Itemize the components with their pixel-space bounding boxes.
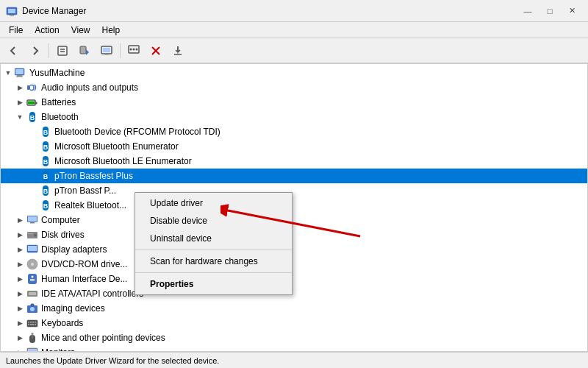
menu-help[interactable]: Help: [96, 24, 126, 37]
device-tree[interactable]: ▼ YusufMachine ▶ Audio in: [0, 63, 588, 352]
svg-rect-3: [58, 46, 67, 55]
svg-rect-73: [28, 349, 37, 352]
tree-root[interactable]: ▼ YusufMachine: [1, 66, 587, 80]
toolbar-scan[interactable]: [123, 41, 144, 60]
svg-rect-24: [27, 85, 30, 90]
tree-item-bt6[interactable]: ▶ B Realtek Bluetoot...: [1, 198, 587, 213]
ctx-update-driver-label: Update driver: [150, 198, 203, 208]
batteries-expand-icon[interactable]: ▶: [14, 96, 26, 108]
toolbar-download[interactable]: [168, 41, 188, 60]
ctx-properties-label: Properties: [150, 279, 193, 289]
tree-item-bt2[interactable]: ▶ B Microsoft Bluetooth Enumerator: [1, 139, 587, 154]
ctx-properties[interactable]: Properties: [135, 275, 292, 293]
svg-rect-64: [32, 322, 34, 323]
bt4-label: pTron Bassfest Plus: [54, 171, 133, 181]
svg-rect-49: [28, 246, 37, 251]
minimize-button[interactable]: —: [517, 3, 538, 19]
dvd-label: DVD/CD-ROM drive...: [41, 259, 127, 269]
keyboards-expand-icon[interactable]: ▶: [14, 317, 26, 329]
ctx-disable-device[interactable]: Disable device: [135, 212, 292, 230]
tree-item-disk[interactable]: ▶ Disk drives: [1, 227, 587, 242]
monitors-expand-icon[interactable]: ▶: [14, 347, 26, 352]
svg-text:B: B: [30, 114, 35, 121]
keyboards-icon: [26, 316, 39, 330]
root-expand-icon[interactable]: ▼: [2, 67, 14, 79]
svg-rect-61: [27, 320, 37, 327]
tree-item-monitors[interactable]: ▶ Monitors: [1, 345, 587, 352]
menu-action[interactable]: Action: [29, 24, 65, 37]
maximize-button[interactable]: □: [539, 3, 560, 19]
close-button[interactable]: ✕: [562, 3, 582, 19]
ctx-uninstall-device-label: Uninstall device: [150, 233, 212, 244]
main-content: ▼ YusufMachine ▶ Audio in: [0, 63, 588, 352]
svg-rect-23: [16, 77, 23, 77]
bluetooth-expand-icon[interactable]: ▼: [14, 111, 26, 123]
tree-item-keyboards[interactable]: ▶ Keyboards: [1, 316, 587, 330]
svg-point-14: [136, 48, 138, 50]
svg-rect-22: [17, 75, 22, 77]
tree-item-dvd[interactable]: ▶ DVD/CD-ROM drive...: [1, 257, 587, 272]
dvd-expand-icon[interactable]: ▶: [14, 258, 26, 270]
app-icon: [6, 5, 18, 17]
menu-file[interactable]: File: [3, 24, 29, 37]
ctx-uninstall-device[interactable]: Uninstall device: [135, 230, 292, 247]
imaging-label: Imaging devices: [41, 303, 105, 314]
display-label: Display adapters: [41, 244, 107, 255]
ctx-update-driver[interactable]: Update driver: [135, 194, 292, 212]
tree-item-hid[interactable]: ▶ Human Interface De...: [1, 272, 587, 286]
svg-point-12: [130, 48, 132, 50]
toolbar-back[interactable]: [3, 41, 24, 60]
keyboards-label: Keyboards: [41, 318, 83, 328]
tree-item-display[interactable]: ▶ Display adapters: [1, 242, 587, 257]
tree-item-batteries[interactable]: ▶ Batteries: [1, 95, 587, 110]
status-bar: Launches the Update Driver Wizard for th…: [0, 352, 588, 368]
ide-expand-icon[interactable]: ▶: [14, 288, 26, 300]
tree-item-ide[interactable]: ▶ IDE ATA/ATAPI controllers: [1, 286, 587, 301]
tree-item-bt1[interactable]: ▶ B Bluetooth Device (RFCOMM Protocol TD…: [1, 124, 587, 139]
menu-view[interactable]: View: [65, 24, 96, 37]
display-expand-icon[interactable]: ▶: [14, 244, 26, 255]
toolbar-properties[interactable]: [52, 41, 73, 60]
hid-expand-icon[interactable]: ▶: [14, 273, 26, 285]
disk-icon: [26, 228, 39, 241]
tree-item-bt4[interactable]: ▶ B pTron Bassfest Plus: [1, 169, 587, 183]
svg-text:B: B: [43, 202, 49, 210]
ctx-scan-changes[interactable]: Scan for hardware changes: [135, 252, 292, 270]
svg-rect-10: [104, 54, 109, 55]
window-controls: — □ ✕: [517, 3, 582, 19]
batteries-label: Batteries: [41, 97, 76, 107]
imaging-expand-icon[interactable]: ▶: [14, 302, 26, 314]
audio-icon: [26, 81, 39, 94]
svg-rect-43: [28, 216, 37, 222]
window-title: Device Manager: [22, 6, 517, 16]
tree-item-bt3[interactable]: ▶ B Microsoft Bluetooth LE Enumerator: [1, 154, 587, 169]
svg-rect-1: [8, 9, 15, 13]
tree-item-mice[interactable]: ▶ Mice and other pointing devices: [1, 330, 587, 345]
svg-rect-57: [29, 292, 36, 295]
toolbar-update-driver[interactable]: [74, 41, 95, 60]
toolbar-forward[interactable]: [25, 41, 46, 60]
tree-item-computer[interactable]: ▶ Computer: [1, 213, 587, 227]
audio-expand-icon[interactable]: ▶: [14, 82, 26, 93]
hid-label: Human Interface De...: [41, 274, 127, 284]
disk-label: Disk drives: [41, 230, 85, 240]
computer-expand-icon[interactable]: ▶: [14, 214, 26, 226]
svg-point-59: [30, 307, 35, 311]
root-label: YusufMachine: [29, 68, 85, 78]
monitors-icon: [26, 346, 39, 352]
ide-icon: [26, 287, 39, 300]
mice-expand-icon[interactable]: ▶: [14, 332, 26, 344]
svg-rect-68: [35, 324, 36, 325]
tree-item-bluetooth[interactable]: ▼ B Bluetooth: [1, 110, 587, 124]
tree-item-audio[interactable]: ▶ Audio inputs and outputs: [1, 80, 587, 95]
tree-item-bt5[interactable]: ▶ B pTron Bassf P...: [1, 183, 587, 198]
disk-expand-icon[interactable]: ▶: [14, 229, 26, 241]
svg-rect-62: [28, 322, 29, 323]
ctx-scan-changes-label: Scan for hardware changes: [150, 256, 258, 266]
svg-rect-60: [31, 304, 34, 306]
toolbar-uninstall[interactable]: [146, 41, 166, 60]
imaging-icon: [26, 302, 39, 315]
audio-label: Audio inputs and outputs: [41, 82, 138, 93]
tree-item-imaging[interactable]: ▶ Imaging devices: [1, 301, 587, 316]
toolbar-monitor[interactable]: [96, 41, 117, 60]
